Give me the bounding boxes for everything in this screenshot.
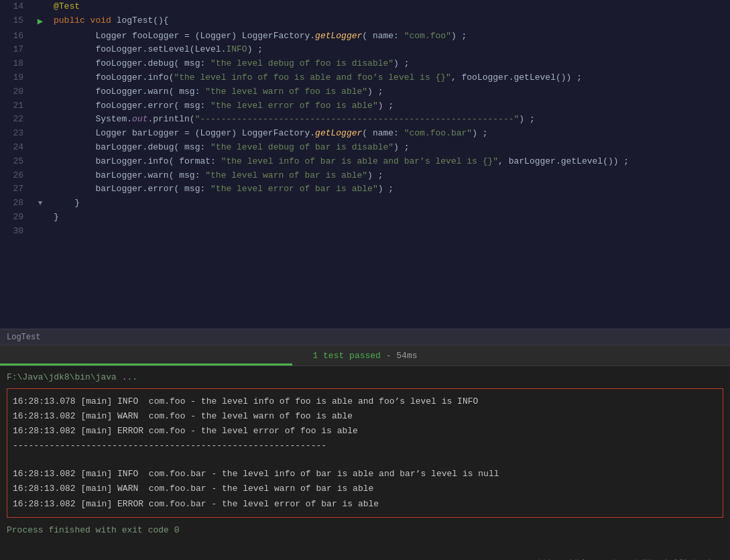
- line-code: barLogger.warn( msg: "the level warn of …: [50, 169, 730, 183]
- line-number: 22: [0, 113, 30, 127]
- console-line-7: 16:28:13.082 [main] ERROR com.foo.bar - …: [13, 497, 717, 512]
- breadcrumb: LogTest: [7, 333, 40, 342]
- console-line-1: 16:28:13.078 [main] INFO com.foo - the l…: [13, 394, 717, 409]
- line-number: 25: [0, 155, 30, 169]
- line-number: 27: [0, 182, 30, 197]
- line-code: }: [50, 197, 730, 211]
- line-gutter: [30, 30, 50, 44]
- line-number: 15: [0, 14, 30, 30]
- line-gutter: [30, 155, 50, 169]
- line-number: 30: [0, 225, 30, 239]
- line-code: barLogger.error( msg: "the level error o…: [50, 182, 730, 197]
- line-gutter: [30, 211, 50, 225]
- line-gutter: [30, 99, 50, 113]
- console-output-box: 16:28:13.078 [main] INFO com.foo - the l…: [7, 388, 723, 518]
- line-gutter: [30, 127, 50, 141]
- line-code: public void logTest(){: [50, 14, 730, 30]
- line-code: fooLogger.debug( msg: "the level debug o…: [50, 57, 730, 71]
- line-gutter: [30, 113, 50, 127]
- console-path: F:\Java\jdk8\bin\java ...: [0, 370, 730, 385]
- line-gutter: [30, 225, 50, 239]
- line-number: 23: [0, 127, 30, 141]
- line-gutter: [30, 43, 50, 57]
- test-passed-label: 1 test passed: [312, 351, 380, 361]
- line-gutter: [30, 71, 50, 85]
- line-gutter: [30, 0, 50, 14]
- line-number: 21: [0, 99, 30, 113]
- line-number: 16: [0, 30, 30, 44]
- line-number: 29: [0, 211, 30, 225]
- code-table: 14@Test15▶public void logTest(){16 Logge…: [0, 0, 730, 239]
- test-result-text: 1 test passed - 54ms: [312, 351, 417, 361]
- line-gutter: ▼: [30, 197, 50, 211]
- line-code: [50, 225, 730, 239]
- console-line-5: 16:28:13.082 [main] INFO com.foo.bar - t…: [13, 467, 717, 482]
- line-gutter: [30, 141, 50, 155]
- run-icon[interactable]: ▶: [38, 16, 43, 27]
- bottom-section: 1 test passed - 54ms F:\Java\jdk8\bin\ja…: [0, 345, 730, 560]
- test-progress-bar: [0, 363, 292, 366]
- line-code: fooLogger.info("the level info of foo is…: [50, 71, 730, 85]
- line-gutter: [30, 85, 50, 99]
- code-editor: 14@Test15▶public void logTest(){16 Logge…: [0, 0, 730, 329]
- line-code: Logger fooLogger = (Logger) LoggerFactor…: [50, 30, 730, 44]
- test-result-bar: 1 test passed - 54ms: [0, 345, 730, 366]
- csdn-link: https://blog.csdn.net/UtopiaOfArtoria: [532, 556, 723, 560]
- line-code: barLogger.info( format: "the level info …: [50, 155, 730, 169]
- breadcrumb-bar: LogTest: [0, 329, 730, 345]
- process-end-line: Process finished with exit code 0: [0, 521, 730, 539]
- line-number: 18: [0, 57, 30, 71]
- line-gutter: [30, 182, 50, 197]
- line-code: fooLogger.error( msg: "the level error o…: [50, 99, 730, 113]
- console-line-3: 16:28:13.082 [main] ERROR com.foo - the …: [13, 424, 717, 439]
- line-number: 20: [0, 85, 30, 99]
- line-code: System.out.println("--------------------…: [50, 113, 730, 127]
- line-number: 26: [0, 169, 30, 183]
- line-number: 14: [0, 0, 30, 14]
- console-line-separator: ----------------------------------------…: [13, 439, 717, 453]
- console-blank: [13, 453, 717, 467]
- fold-icon[interactable]: ▼: [38, 199, 43, 207]
- line-number: 28: [0, 197, 30, 211]
- line-code: fooLogger.setLevel(Level.INFO) ;: [50, 43, 730, 57]
- line-gutter: [30, 169, 50, 183]
- line-code: fooLogger.warn( msg: "the level warn of …: [50, 85, 730, 99]
- console-line-6: 16:28:13.082 [main] WARN com.foo.bar - t…: [13, 482, 717, 496]
- line-gutter: ▶: [30, 14, 50, 30]
- line-number: 19: [0, 71, 30, 85]
- line-number: 24: [0, 141, 30, 155]
- line-number: 17: [0, 43, 30, 57]
- test-duration: - 54ms: [386, 351, 418, 361]
- line-code: }: [50, 211, 730, 225]
- line-gutter: [30, 57, 50, 71]
- line-code: Logger barLogger = (Logger) LoggerFactor…: [50, 127, 730, 141]
- console-area: F:\Java\jdk8\bin\java ... 16:28:13.078 […: [0, 366, 730, 543]
- console-line-2: 16:28:13.082 [main] WARN com.foo - the l…: [13, 409, 717, 424]
- line-code: @Test: [50, 0, 730, 14]
- line-code: barLogger.debug( msg: "the level debug o…: [50, 141, 730, 155]
